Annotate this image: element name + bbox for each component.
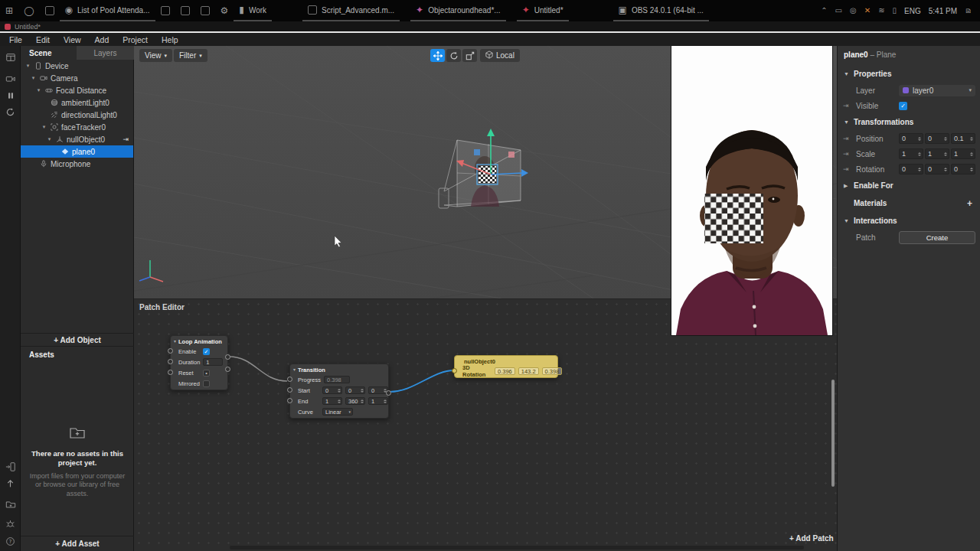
task-untitled[interactable]: ✦ Untitled* [517,0,569,21]
menu-edit[interactable]: Edit [30,34,56,46]
input-port[interactable] [168,370,173,375]
view-dropdown[interactable]: View▾ [139,49,172,62]
layout-icon[interactable] [4,51,17,64]
tree-item-focal-distance[interactable]: ▾ Focal Distance [21,84,133,96]
patch-vertical-scrollbar[interactable] [831,380,835,487]
input-port[interactable] [287,398,292,403]
section-interactions[interactable]: ▼ Interactions [838,212,980,230]
expander-icon[interactable]: ▾ [47,136,52,142]
input-port[interactable] [168,359,173,364]
help-icon[interactable]: ? [4,535,17,548]
expander-icon[interactable]: ▾ [41,124,47,130]
end-x-input[interactable]: 1 [322,397,342,405]
tab-layers[interactable]: Layers [77,46,134,60]
cortana-button[interactable]: ◯ [18,0,39,21]
patch-connector-icon[interactable]: ⇥ [843,165,849,173]
task-obs[interactable]: ▣ OBS 24.0.1 (64-bit ... [613,0,709,21]
scale-y-input[interactable]: 1 [925,148,949,159]
loop-output-port[interactable] [225,367,230,372]
tree-item-null-object[interactable]: ▾ nullObject0 ⇥ [21,133,133,145]
add-object-button[interactable]: + Add Object [21,333,134,347]
restart-icon[interactable] [4,106,17,119]
end-z-input[interactable]: 1 [368,397,388,405]
section-transformations[interactable]: ▼ Transformations [838,113,980,131]
input-port[interactable] [168,348,173,354]
curve-dropdown[interactable]: Linear▾ [322,408,353,416]
reset-pulse-button[interactable]: • [203,370,210,377]
network-icon[interactable]: ≋ [878,7,884,15]
task-app-4[interactable]: ⚙ [215,0,234,21]
task-list-of-pool[interactable]: ◉ List of Pool Attenda... [60,0,155,21]
section-enable-for[interactable]: ▶ Enable For [838,177,980,194]
output-port[interactable] [386,390,391,396]
add-asset-button[interactable]: + Add Asset [21,536,134,551]
send-to-device-icon[interactable] [4,460,17,473]
menu-project[interactable]: Project [116,34,154,46]
layer-dropdown[interactable]: layer0 ▾ [899,85,975,96]
rotate-tool-button[interactable] [446,49,461,62]
publish-icon[interactable] [4,477,17,490]
tree-item-face-tracker[interactable]: ▾ faceTracker0 [21,121,133,133]
mirrored-checkbox[interactable] [203,380,210,387]
add-material-button[interactable]: + [967,198,972,209]
patch-connector-icon[interactable]: ⇥ [843,135,849,142]
rotation-input-port[interactable] [452,368,457,373]
test-bug-icon[interactable] [4,517,17,530]
patch-horizontal-scrollbar[interactable] [230,546,804,549]
add-patch-button[interactable]: + Add Patch [789,534,834,543]
pause-icon[interactable] [4,89,17,102]
language-indicator[interactable]: ENG [904,7,921,15]
tray-icon[interactable]: ▭ [835,7,842,15]
visible-checkbox[interactable]: ✓ [899,102,907,110]
section-materials[interactable]: Materials + [838,194,980,212]
clock[interactable]: 5:41 PM [929,7,957,15]
patch-editor[interactable]: Patch Editor ▾Loop Animation Enable ✓ Du… [134,298,837,551]
menu-file[interactable]: File [3,34,28,46]
menu-add[interactable]: Add [89,34,116,46]
tree-item-device[interactable]: ▾ Device [21,60,133,72]
task-app-1[interactable] [155,0,175,21]
task-script-advanced[interactable]: Script_Advanced.m... [302,0,400,21]
start-y-input[interactable]: 0 [345,386,365,394]
input-port[interactable] [287,387,292,393]
notification-center-icon[interactable]: 🗈 [965,7,972,15]
expander-icon[interactable]: ▾ [31,75,36,81]
create-patch-button[interactable]: Create [899,231,975,244]
move-tool-button[interactable] [430,49,445,62]
tree-item-microphone[interactable]: Microphone [21,158,133,170]
progress-output-port[interactable] [225,354,230,360]
patch-node-null-object[interactable]: nullObject0 3D Rotation 0.396 143.2 0.39… [454,355,558,378]
hidden-icons-chevron-icon[interactable]: ⌃ [821,7,827,15]
tab-scene[interactable]: Scene [21,46,77,60]
patch-connector-icon[interactable]: ⇥ [843,150,849,158]
position-z-input[interactable]: 0.1 [951,133,975,144]
rotation-z-input[interactable]: 0 [951,164,975,174]
scale-x-input[interactable]: 1 [899,148,923,159]
scale-z-input[interactable]: 1 [951,148,975,159]
duration-input[interactable]: 1 [203,358,223,366]
video-camera-icon[interactable] [4,72,17,85]
import-folder-icon[interactable] [4,497,17,510]
collapse-caret-icon[interactable]: ▾ [293,367,296,372]
tree-item-camera[interactable]: ▾ Camera [21,72,133,84]
section-properties[interactable]: ▼ Properties [838,65,980,83]
position-y-input[interactable]: 0 [925,133,949,144]
position-x-input[interactable]: 0 [899,133,923,144]
local-space-toggle[interactable]: Local [480,49,520,62]
task-work[interactable]: ▮ Work [234,0,272,21]
expander-icon[interactable]: ▾ [36,87,41,93]
patch-node-loop-animation[interactable]: ▾Loop Animation Enable ✓ Duration 1 Rese… [170,335,228,390]
end-y-input[interactable]: 360 [345,397,365,405]
patch-connector-icon[interactable]: ⇥ [843,102,849,109]
input-port[interactable] [287,377,292,382]
collapse-caret-icon[interactable]: ▾ [174,338,176,344]
scale-tool-button[interactable] [462,49,477,62]
start-button[interactable]: ⊞ [0,0,18,21]
task-app-2[interactable] [175,0,195,21]
pinned-app-button[interactable] [40,0,60,21]
battery-icon[interactable]: ▯ [893,7,897,15]
tree-item-directional-light[interactable]: directionalLight0 [21,109,133,121]
enable-checkbox[interactable]: ✓ [203,348,210,355]
task-objectaroundhead[interactable]: ✦ Objectaroundhead*... [410,0,506,21]
tree-item-plane-selected[interactable]: plane0 [21,145,133,158]
